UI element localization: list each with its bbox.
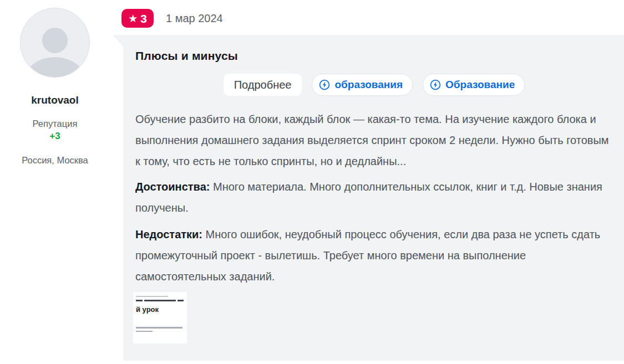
reputation-label: Репутация [0,119,110,129]
tag-button-obrazovanie[interactable]: Образование [423,74,525,96]
thumbnail-heading: й урок [136,305,184,314]
avatar-person-icon [24,57,86,78]
thumbnail-text-line [136,331,153,332]
tag-label: образования [334,78,403,91]
lightning-circle-icon [430,79,441,90]
rating-badge: ★ 3 [121,9,154,28]
rating-value: 3 [140,13,147,24]
reviewer-profile: krutovaol Репутация +3 Россия, Москва [0,0,110,166]
reviewer-location: Россия, Москва [0,155,110,166]
review-cons: Недостатки: Много ошибок, неудобный проц… [135,224,613,287]
reputation-value: +3 [0,131,110,142]
review-pros: Достоинства: Много материала. Много допо… [135,176,613,218]
cons-value: Много ошибок, неудобный процесс обучения… [135,228,600,283]
pros-label: Достоинства: [135,181,210,193]
attachment-thumbnail[interactable]: й урок [133,292,187,344]
review-body-text: Обучение разбито на блоки, каждый блок —… [135,109,613,172]
review-bubble: Плюсы и минусы Подробнее образования [113,35,624,361]
more-button[interactable]: Подробнее [224,74,302,96]
avatar[interactable] [20,8,90,78]
thumbnail-progress-bars [136,300,184,301]
review-card: krutovaol Репутация +3 Россия, Москва ★ … [0,0,624,364]
cons-label: Недостатки: [135,228,202,240]
review-header: ★ 3 1 мар 2024 [121,9,223,28]
avatar-person-icon [42,28,68,53]
star-icon: ★ [128,13,138,24]
thumbnail-text-line [136,327,182,329]
tag-label: Образование [445,78,515,91]
reviewer-username[interactable]: krutovaol [0,94,110,106]
chips-row: Подробнее образования Образов [135,74,613,96]
review-date: 1 мар 2024 [166,12,223,25]
thumbnail-breadcrumb-line [136,296,168,297]
review-title: Плюсы и минусы [135,49,613,63]
lightning-circle-icon [319,79,330,90]
tag-button-obrazovaniya[interactable]: образования [312,74,413,96]
